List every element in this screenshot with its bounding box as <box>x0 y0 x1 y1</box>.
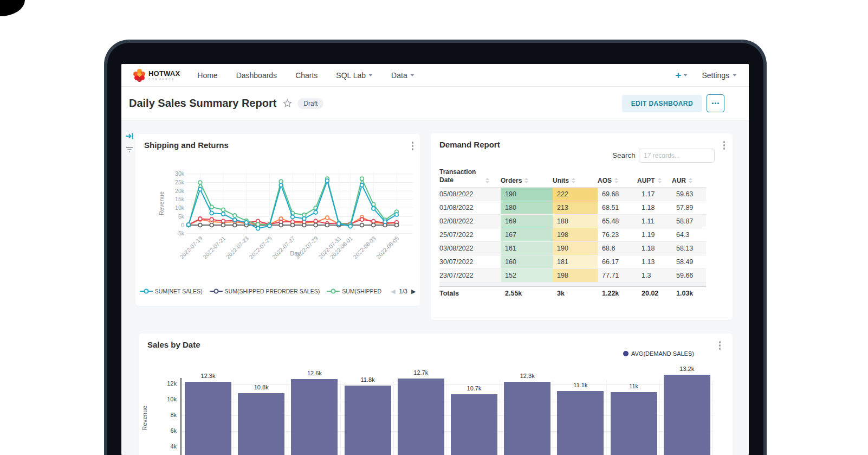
bar-value-label: 10.8k <box>238 384 284 390</box>
column-header-transaction-date[interactable]: Transaction Date <box>439 167 501 188</box>
svg-text:2022-07-23: 2022-07-23 <box>225 235 250 260</box>
search-label: Search <box>612 151 636 159</box>
svg-text:2022-07-29: 2022-07-29 <box>294 235 320 260</box>
legend-item[interactable]: SUM(SHIPPED PREORDER SALES) <box>210 288 320 294</box>
nav-item-dashboards[interactable]: Dashboards <box>236 71 277 80</box>
nav-item-data[interactable]: Data <box>391 71 414 80</box>
table-cell: 1.19 <box>637 228 672 242</box>
totals-row: Totals2.55k3k1.22k20.021.03k <box>439 287 706 300</box>
bar <box>238 393 284 455</box>
table-cell: 58.13 <box>672 242 706 255</box>
top-navbar: HOTWAX COMMERCE HomeDashboardsChartsSQL … <box>121 64 749 87</box>
legend-prev-icon[interactable]: ◀ <box>391 289 395 294</box>
add-new-button[interactable]: + <box>675 70 688 80</box>
bar <box>664 375 710 455</box>
bar-chart-legend[interactable]: AVG(DEMAND SALES) <box>623 350 694 357</box>
bar-value-label: 12.7k <box>398 369 444 376</box>
table-cell: 1.3 <box>637 269 672 283</box>
chart-kebab-menu[interactable] <box>723 141 726 150</box>
filter-funnel-icon[interactable] <box>126 145 133 155</box>
bar-value-label: 11.1k <box>557 382 604 388</box>
nav-item-charts[interactable]: Charts <box>295 71 318 80</box>
y-tick-label: 4k <box>154 443 177 450</box>
table-row: 05/08/202219022269.681.1759.63 <box>439 188 706 201</box>
table-cell: 213 <box>553 201 598 215</box>
legend-label: SUM(SHIPPED <box>342 288 381 294</box>
table-cell: 152 <box>501 269 553 283</box>
hotwax-logo[interactable]: HOTWAX COMMERCE <box>133 69 180 82</box>
chevron-down-icon <box>683 74 688 76</box>
svg-text:-5k: -5k <box>176 230 184 236</box>
table-cell: 68.51 <box>598 201 637 215</box>
table-cell: 23/07/2022 <box>439 269 501 283</box>
column-header-units[interactable]: Units <box>553 167 598 188</box>
more-options-button[interactable] <box>707 94 724 112</box>
bar-value-label: 11.8k <box>345 376 391 383</box>
table-cell: 180 <box>501 201 553 215</box>
line-chart-legend: SUM(NET SALES) SUM(SHIPPED PREORDER SALE… <box>135 288 420 294</box>
table-row: 01/08/202218021368.511.1857.89 <box>439 201 706 215</box>
search-input[interactable] <box>639 149 715 163</box>
bar <box>291 379 338 455</box>
y-tick-label: 8k <box>154 412 177 418</box>
table-cell: 66.17 <box>598 255 637 269</box>
table-cell: 190 <box>501 188 553 201</box>
bar-value-label: 12.3k <box>185 373 231 379</box>
svg-text:15k: 15k <box>175 196 185 202</box>
dashboard-header: Daily Sales Summary Report Draft EDIT DA… <box>121 87 749 120</box>
settings-label: Settings <box>702 71 729 80</box>
table-cell: 05/08/2022 <box>439 188 501 201</box>
nav-item-home[interactable]: Home <box>197 71 217 80</box>
table-row: 30/07/202216018166.171.1358.49 <box>439 255 706 269</box>
table-cell: 57.89 <box>672 201 706 215</box>
table-cell: 76.23 <box>598 228 637 242</box>
svg-text:2022-07-19: 2022-07-19 <box>178 235 204 260</box>
legend-label: SUM(NET SALES) <box>155 288 203 294</box>
table-cell: 03/08/2022 <box>439 242 501 255</box>
column-header-aupt[interactable]: AUPT <box>637 167 672 188</box>
table-cell: 65.48 <box>598 215 637 228</box>
legend-marker <box>210 289 223 294</box>
nav-item-sql-lab[interactable]: SQL Lab <box>336 71 373 80</box>
bar <box>345 386 391 455</box>
svg-text:0: 0 <box>181 222 184 228</box>
plus-icon: + <box>675 70 681 80</box>
table-cell: 77.71 <box>598 269 637 283</box>
legend-item[interactable]: SUM(NET SALES) <box>140 288 203 294</box>
bar <box>557 391 604 455</box>
settings-menu[interactable]: Settings <box>702 71 737 80</box>
table-cell: 1.13 <box>637 255 672 269</box>
legend-item[interactable]: SUM(SHIPPED <box>327 288 381 294</box>
bar-value-label: 12.3k <box>504 373 550 379</box>
favorite-star-icon[interactable] <box>283 99 292 108</box>
nav-items: HomeDashboardsChartsSQL LabData <box>197 71 414 80</box>
chart-kebab-menu[interactable] <box>719 341 721 350</box>
screenshot-stage: HOTWAX COMMERCE HomeDashboardsChartsSQL … <box>0 0 868 455</box>
svg-text:Revenue: Revenue <box>158 191 165 215</box>
chevron-down-icon <box>410 74 414 76</box>
page-title: Daily Sales Summary Report <box>129 97 276 110</box>
sort-icon <box>614 177 619 184</box>
legend-marker <box>327 289 340 294</box>
column-header-aos[interactable]: AOS <box>598 167 637 188</box>
edit-dashboard-button[interactable]: EDIT DASHBOARD <box>622 95 702 112</box>
column-header-aur[interactable]: AUR <box>672 167 706 188</box>
table-cell: 198 <box>553 269 598 283</box>
bar <box>398 379 444 455</box>
legend-next-icon[interactable]: ▶ <box>411 289 416 294</box>
sales-by-date-card: Sales by Date AVG(DEMAND SALES) Revenue … <box>139 334 733 455</box>
table-row: 23/07/202215219877.711.359.66 <box>439 269 706 283</box>
column-header-orders[interactable]: Orders <box>501 167 553 188</box>
table-row: 03/08/202216119068.61.1858.13 <box>439 242 706 255</box>
expand-filter-bar-icon[interactable] <box>125 132 134 142</box>
table-cell: 188 <box>553 215 598 228</box>
y-tick-label: 10k <box>154 396 177 402</box>
chevron-down-icon <box>368 74 373 76</box>
table-cell: 160 <box>501 255 553 269</box>
chevron-down-icon <box>733 74 737 76</box>
table-row: 25/07/202216719876.231.1964.3 <box>439 228 706 242</box>
svg-text:2022-08-05: 2022-08-05 <box>375 235 400 260</box>
sort-icon <box>524 177 529 184</box>
y-axis-title: Revenue <box>141 406 148 431</box>
legend-label: AVG(DEMAND SALES) <box>631 350 694 357</box>
